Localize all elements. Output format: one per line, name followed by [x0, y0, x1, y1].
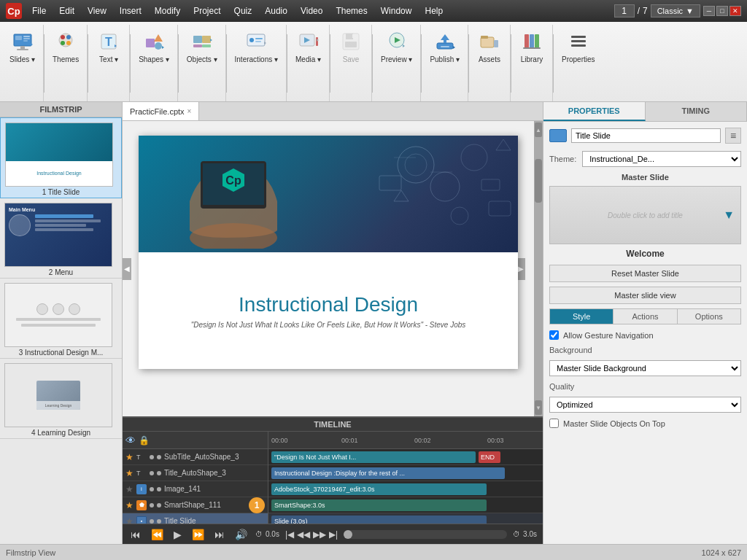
menu-edit[interactable]: Edit: [53, 4, 80, 18]
page-number-input[interactable]: [614, 4, 635, 18]
canvas-vertical-scrollbar[interactable]: ▲ ▼: [534, 121, 543, 416]
slide-canvas[interactable]: Cp Instructional Design "Design Is Not J…: [139, 136, 518, 369]
minimize-button[interactable]: ─: [703, 6, 715, 16]
tab-close-button[interactable]: ×: [187, 107, 192, 115]
status-bar: Filmstrip View 1024 x 627: [0, 544, 747, 560]
preview-icon: [385, 30, 409, 53]
view-mode-selector[interactable]: Classic ▼: [651, 4, 700, 18]
timeline-track-title-autoshape[interactable]: ★ T Title_AutoShape_3: [123, 465, 268, 481]
timeline-track-smartshape[interactable]: ★ ⬟ SmartShape_111 1: [123, 497, 268, 513]
track-star-image: ★: [125, 484, 133, 494]
timeline-track-subtitle[interactable]: ★ T SubTitle_AutoShape_3: [123, 449, 268, 465]
scrubber-thumb[interactable]: [344, 530, 352, 539]
menu-audio[interactable]: Audio: [259, 4, 293, 18]
maximize-button[interactable]: □: [716, 6, 728, 16]
background-select[interactable]: Master Slide Background: [549, 360, 741, 376]
playback-volume-button[interactable]: 🔊: [233, 529, 249, 540]
tl-nav-back[interactable]: ◀◀: [297, 529, 310, 540]
themes-button[interactable]: Themes: [49, 28, 82, 66]
properties-button[interactable]: Properties: [558, 28, 599, 66]
preview-button[interactable]: Preview ▾: [377, 28, 416, 66]
menu-video[interactable]: Video: [295, 4, 328, 18]
filmstrip-slide-2[interactable]: Main Menu 2 Menu: [0, 198, 122, 279]
svg-rect-52: [523, 47, 541, 49]
svg-marker-65: [496, 139, 511, 150]
preview-label: Preview ▾: [381, 55, 412, 64]
time-current: 0.0s: [266, 530, 279, 538]
menu-themes[interactable]: Themes: [330, 4, 373, 18]
menu-help[interactable]: Help: [419, 4, 449, 18]
reset-master-button[interactable]: Reset Master Slide: [549, 265, 741, 282]
menu-view[interactable]: View: [82, 4, 112, 18]
slide-thumb-4: Learning Design: [4, 363, 112, 427]
lock-icon[interactable]: 🔒: [139, 435, 150, 446]
playback-play-button[interactable]: ▶: [171, 529, 184, 540]
menu-project[interactable]: Project: [187, 4, 226, 18]
eye-icon[interactable]: 👁: [125, 435, 136, 446]
tab-timing[interactable]: TIMING: [646, 102, 748, 121]
menu-insert[interactable]: Insert: [114, 4, 147, 18]
gesture-nav-checkbox[interactable]: [549, 330, 559, 340]
menu-file[interactable]: File: [26, 4, 52, 18]
master-objects-label: Master Slide Objects On Top: [563, 419, 665, 428]
timeline-controls-row: 👁 🔒 ★ T SubTitle_AutoShape_3 ★ T: [123, 432, 543, 524]
style-tab-style[interactable]: Style: [550, 309, 614, 324]
filmstrip-slide-4[interactable]: Learning Design 4 Learning Design: [0, 359, 122, 439]
master-slide-preview[interactable]: Double click to add title ▼: [549, 186, 741, 244]
track-dot2-title-as: [157, 471, 161, 475]
active-tab[interactable]: PracticFile.cptx ×: [123, 102, 199, 120]
tab-bar: PracticFile.cptx ×: [123, 102, 543, 121]
tl-nav-end[interactable]: ▶|: [329, 529, 338, 540]
publish-button[interactable]: Publish ▾: [426, 28, 463, 66]
svg-rect-3: [15, 36, 22, 40]
master-objects-checkbox[interactable]: [549, 419, 559, 428]
tl-nav-next[interactable]: ▶▶: [313, 529, 326, 540]
library-button[interactable]: Library: [516, 28, 548, 66]
playback-forward-button[interactable]: ⏩: [190, 529, 206, 540]
save-button[interactable]: Save: [335, 28, 367, 66]
style-tab-options[interactable]: Options: [678, 309, 740, 324]
bar-smartshape: SmartShape:3.0s: [271, 499, 487, 511]
scroll-up-button[interactable]: ▲: [535, 122, 542, 137]
svg-rect-22: [193, 44, 202, 47]
menu-window[interactable]: Window: [375, 4, 418, 18]
media-button[interactable]: Media ▾: [292, 28, 325, 66]
scroll-down-button[interactable]: ▼: [535, 400, 542, 415]
tab-properties[interactable]: PROPERTIES: [543, 102, 646, 121]
quality-select[interactable]: Optimized: [549, 397, 741, 413]
filmstrip-slide-1[interactable]: Instructional Design 1 Title Slide: [0, 117, 122, 198]
menu-quiz[interactable]: Quiz: [228, 4, 258, 18]
background-label: Background: [549, 346, 592, 354]
scroll-left-button[interactable]: ◀: [123, 258, 131, 280]
playback-rewind-button[interactable]: ⏮: [128, 529, 143, 540]
slide-options-button[interactable]: ≡: [725, 128, 741, 144]
scroll-thumb[interactable]: [535, 159, 542, 203]
master-view-button[interactable]: Master slide view: [549, 287, 741, 304]
shapes-label: Shapes ▾: [139, 55, 169, 64]
menu-modify[interactable]: Modify: [149, 4, 186, 18]
slide-type-icon: [549, 129, 567, 142]
playback-end-button[interactable]: ⏭: [212, 529, 227, 540]
filmstrip-slide-3[interactable]: 3 Instructional Design M...: [0, 279, 122, 359]
slide-4-label: 4 Learning Design: [4, 429, 117, 437]
assets-button[interactable]: Assets: [473, 28, 506, 66]
timeline-track-slide[interactable]: ★ ▪ Title Slide: [123, 513, 268, 524]
close-button[interactable]: ✕: [729, 6, 741, 16]
svg-rect-4: [23, 36, 30, 37]
interactions-button[interactable]: Interactions ▾: [231, 28, 282, 66]
bar-title-as: Instructional Design :Display for the re…: [271, 467, 505, 479]
slide-title-input[interactable]: [571, 128, 721, 143]
shapes-button[interactable]: Shapes ▾: [135, 28, 173, 66]
playback-back-button[interactable]: ⏪: [149, 529, 166, 540]
text-button[interactable]: T Text ▾: [93, 28, 125, 66]
tl-nav-prev[interactable]: |◀: [285, 529, 294, 540]
app-logo: Cp: [6, 3, 22, 19]
track-icon-image: i: [136, 484, 147, 494]
slides-button[interactable]: Slides ▾: [6, 28, 39, 66]
style-tab-actions[interactable]: Actions: [614, 309, 677, 324]
timeline-track-image[interactable]: ★ i Image_141: [123, 481, 268, 497]
timeline-scrubber[interactable]: [344, 530, 507, 539]
objects-button[interactable]: Objects ▾: [183, 28, 221, 66]
theme-select[interactable]: Instructional_De...: [582, 151, 741, 167]
master-preview-arrow[interactable]: ▼: [723, 209, 735, 222]
